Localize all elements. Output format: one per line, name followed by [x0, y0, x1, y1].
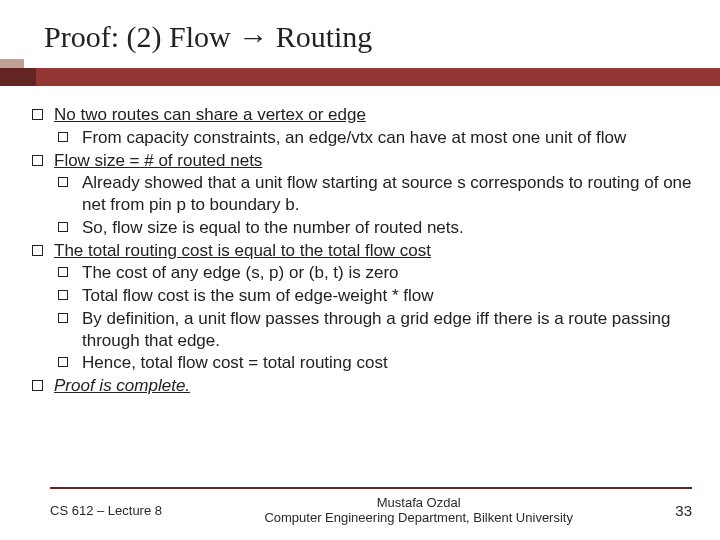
footer-row: CS 612 – Lecture 8 Mustafa Ozdal Compute… — [50, 495, 692, 526]
bullet-1-text: No two routes can share a vertex or edge — [54, 105, 366, 124]
footer-center-text: Mustafa Ozdal Computer Engineering Depar… — [174, 495, 663, 526]
slide-footer: CS 612 – Lecture 8 Mustafa Ozdal Compute… — [0, 487, 720, 526]
bullet-2-sub-2: So, flow size is equal to the number of … — [30, 217, 698, 239]
bullet-3: The total routing cost is equal to the t… — [30, 240, 698, 262]
footer-left-text: CS 612 – Lecture 8 — [50, 503, 174, 518]
slide-number: 33 — [663, 502, 692, 519]
bullet-3-text: The total routing cost is equal to the t… — [54, 241, 431, 260]
bullet-1: No two routes can share a vertex or edge — [30, 104, 698, 126]
footer-affiliation: Computer Engineering Department, Bilkent… — [174, 510, 663, 526]
bullet-2-sub-1: Already showed that a unit flow starting… — [30, 172, 698, 216]
bullet-4-text: Proof is complete. — [54, 376, 190, 395]
accent-bar-dark — [0, 68, 36, 86]
title-underline-bars — [0, 68, 720, 86]
bullet-3-sub-1: The cost of any edge (s, p) or (b, t) is… — [30, 262, 698, 284]
footer-divider — [50, 487, 692, 489]
bullet-1-sub-1: From capacity constraints, an edge/vtx c… — [30, 127, 698, 149]
accent-bar-light — [0, 59, 24, 68]
bullet-2: Flow size = # of routed nets — [30, 150, 698, 172]
slide-body: No two routes can share a vertex or edge… — [0, 86, 720, 397]
bullet-4: Proof is complete. — [30, 375, 698, 397]
accent-bar-main — [36, 68, 720, 86]
bullet-2-text: Flow size = # of routed nets — [54, 151, 262, 170]
bullet-3-sub-4: Hence, total flow cost = total routing c… — [30, 352, 698, 374]
bullet-3-sub-3: By definition, a unit flow passes throug… — [30, 308, 698, 352]
footer-author: Mustafa Ozdal — [174, 495, 663, 511]
bullet-3-sub-2: Total flow cost is the sum of edge-weigh… — [30, 285, 698, 307]
slide-title: Proof: (2) Flow → Routing — [0, 0, 720, 68]
